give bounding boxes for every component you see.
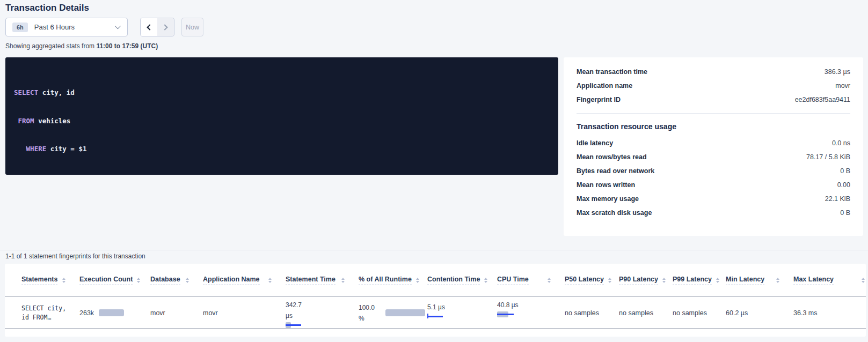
resource-usage-heading: Transaction resource usage <box>577 122 850 131</box>
p50-latency-cell: no samples <box>565 309 619 317</box>
now-button[interactable]: Now <box>181 18 203 36</box>
application-name-cell: movr <box>203 309 286 317</box>
execution-count-cell: 263k <box>79 309 150 317</box>
time-nav-group <box>140 18 174 36</box>
execution-count-bar <box>99 309 124 316</box>
time-controls: 6h Past 6 Hours Now <box>5 18 203 36</box>
resource-row: Max memory usage 22.1 KiB <box>577 192 850 206</box>
sort-icon[interactable] <box>186 278 189 283</box>
col-header-max-latency[interactable]: Max Latency <box>793 276 866 285</box>
sort-icon[interactable] <box>341 278 345 283</box>
sort-icon[interactable] <box>862 278 865 283</box>
divider <box>0 250 868 250</box>
chevron-down-icon <box>115 23 121 29</box>
sql-keyword: WHERE <box>26 145 47 153</box>
statements-table: Statements Execution Count Database Appl… <box>5 264 866 337</box>
database-cell: movr <box>150 309 203 317</box>
contention-time-cell: 5.1 µs <box>427 297 497 329</box>
sort-icon[interactable] <box>416 278 419 283</box>
col-header-statements[interactable]: Statements <box>21 276 79 285</box>
resource-row: Idle latency 0.0 ns <box>577 136 850 150</box>
col-header-execution-count[interactable]: Execution Count <box>79 276 150 285</box>
resource-row: Bytes read over network 0 B <box>577 164 850 178</box>
p90-latency-cell: no samples <box>619 309 673 317</box>
sort-icon[interactable] <box>137 278 140 283</box>
transaction-summary-card: Mean transaction time 386.3 µs Applicati… <box>564 57 863 236</box>
sort-icon[interactable] <box>608 278 611 283</box>
sql-keyword: FROM <box>18 117 34 125</box>
resource-row: Mean rows/bytes read 78.17 / 5.8 KiB <box>577 150 850 164</box>
next-time-button[interactable] <box>157 18 174 36</box>
min-latency-cell: 60.2 µs <box>726 309 793 317</box>
max-latency-cell: 36.3 ms <box>793 309 866 317</box>
statement-time-bar-chart <box>286 322 359 329</box>
sql-line: SELECT city, id <box>14 88 550 98</box>
table-row: SELECT city, id FROM… 263k movr movr 342… <box>5 297 866 329</box>
col-header-application-name[interactable]: Application Name <box>203 276 286 285</box>
col-header-cpu-time[interactable]: CPU Time <box>497 276 565 285</box>
summary-row: Application name movr <box>577 79 850 93</box>
chevron-right-icon <box>162 24 167 30</box>
cpu-time-cell: 40.8 µs <box>497 297 565 329</box>
summary-row: Fingerprint ID ee2df683f5aa9411 <box>577 93 850 107</box>
statements-table-header: Statements Execution Count Database Appl… <box>5 264 866 297</box>
sort-icon[interactable] <box>62 278 65 283</box>
sql-keyword: SELECT <box>14 88 38 96</box>
statement-link[interactable]: SELECT city, id FROM… <box>21 304 79 322</box>
resource-row: Mean rows written 0.00 <box>577 178 850 192</box>
cpu-time-bar-chart <box>497 311 565 318</box>
sort-icon[interactable] <box>484 278 487 283</box>
col-header-contention-time[interactable]: Contention Time <box>427 276 497 285</box>
col-header-database[interactable]: Database <box>150 276 203 285</box>
summary-row: Mean transaction time 386.3 µs <box>577 65 850 79</box>
sort-icon[interactable] <box>776 278 779 283</box>
col-header-p50-latency[interactable]: P50 Latency <box>565 276 619 285</box>
pct-all-runtime-cell: 100.0 % <box>359 302 427 324</box>
page-title: Transaction Details <box>5 3 89 13</box>
col-header-p90-latency[interactable]: P90 Latency <box>619 276 673 285</box>
sort-icon[interactable] <box>268 278 272 283</box>
aggregated-stats-note: Showing aggregated stats from 11:00 to 1… <box>5 42 158 50</box>
time-range-label: Past 6 Hours <box>34 23 75 31</box>
prev-time-button[interactable] <box>141 18 157 36</box>
col-header-statement-time[interactable]: Statement Time <box>286 276 359 285</box>
sort-icon[interactable] <box>662 278 666 283</box>
time-range-badge: 6h <box>12 23 28 32</box>
col-header-p99-latency[interactable]: P99 Latency <box>673 276 726 285</box>
statements-table-caption: 1-1 of 1 statement fingerprints for this… <box>5 252 145 260</box>
sql-line: FROM vehicles <box>14 116 550 126</box>
sort-icon[interactable] <box>548 278 551 283</box>
sql-statement-box: SELECT city, id FROM vehicles WHERE city… <box>5 57 558 175</box>
time-range-dropdown[interactable]: 6h Past 6 Hours <box>5 18 128 36</box>
col-header-pct-all-runtime[interactable]: % of All Runtime <box>359 276 427 285</box>
pct-all-runtime-bar <box>385 309 425 316</box>
chevron-left-icon <box>147 24 152 30</box>
p99-latency-cell: no samples <box>673 309 726 317</box>
divider <box>577 113 850 114</box>
sql-line: WHERE city = $1 <box>14 144 550 154</box>
contention-time-bar-chart <box>427 314 443 319</box>
sort-icon[interactable] <box>716 278 719 283</box>
statement-time-cell: 342.7 µs <box>286 297 359 329</box>
resource-row: Max scratch disk usage 0 B <box>577 206 850 220</box>
col-header-min-latency[interactable]: Min Latency <box>726 276 793 285</box>
